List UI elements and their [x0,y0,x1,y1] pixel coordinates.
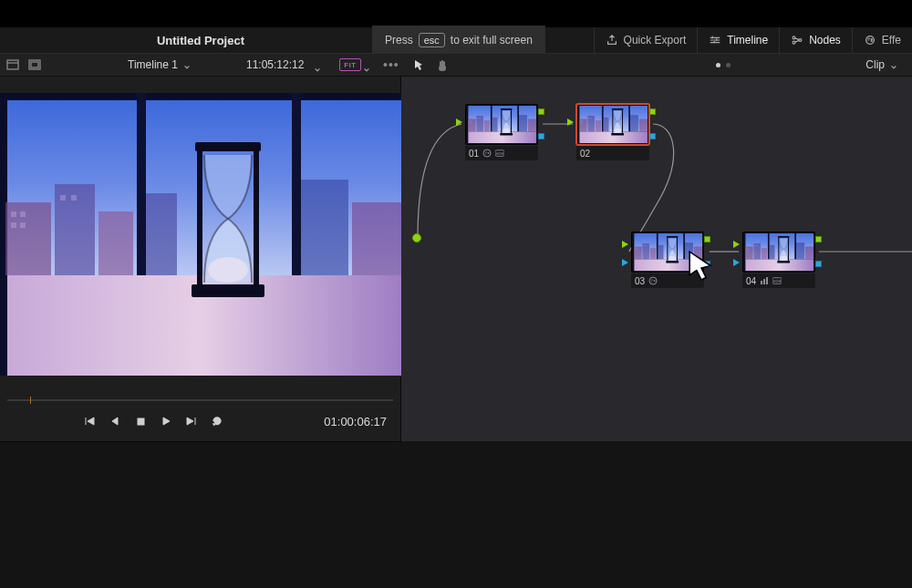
selection-tool-icon[interactable] [410,57,427,73]
esc-keycap: esc [419,33,445,47]
step-back-button[interactable] [108,414,122,428]
top-right-toolbar: Quick Export Timeline Nodes Effe [594,27,912,53]
node-page-dots[interactable] [716,63,731,67]
secondary-toolbar: Timeline 1 11:05:12:12 FIT ••• Clip [0,53,912,77]
view-mode-2-icon[interactable] [24,54,46,76]
playhead[interactable] [30,397,31,404]
timeline-button[interactable]: Timeline [697,27,779,53]
view-mode-1-icon[interactable] [2,54,24,76]
header-bar: Untitled Project Press esc to exit full … [0,27,912,53]
fullscreen-hint: Press esc to exit full screen [372,26,545,55]
chevron-down-icon [183,61,191,68]
svg-rect-29 [31,62,38,67]
node-label: 01 [469,149,479,159]
timeline-selector[interactable]: Timeline 1 [128,58,191,71]
node-02[interactable]: 02 [576,104,649,160]
fx-badge-icon [482,149,492,158]
svg-rect-27 [7,60,18,69]
timeline-name: Timeline 1 [128,58,178,71]
svg-rect-30 [138,418,144,425]
viewer-image[interactable] [0,93,401,376]
stop-button[interactable] [133,414,148,428]
cursor-overlay-icon [667,247,736,284]
page-dot-2[interactable] [726,63,731,67]
svg-text:HDR: HDR [496,151,504,156]
more-options-icon[interactable]: ••• [383,57,399,72]
node-04[interactable]: 04 HDR [742,232,815,288]
play-button[interactable] [159,414,173,428]
svg-rect-36 [763,279,765,284]
svg-text:HDR: HDR [773,279,782,284]
fx-badge-icon [648,276,658,285]
node-label: 03 [635,276,645,286]
transport-controls: 01:00:06:17 [0,408,401,434]
quick-export-button[interactable]: Quick Export [594,27,698,53]
timeline-icon [709,34,721,46]
tc-chevron-icon[interactable] [314,61,321,68]
node-01[interactable]: 01 HDR [465,104,538,160]
node-label: 04 [746,276,756,286]
hdr-badge-icon: HDR [495,149,504,158]
svg-point-24 [793,41,795,44]
chevron-down-icon [890,61,897,68]
project-title: Untitled Project [0,34,401,47]
bottom-panel [0,441,912,588]
fit-chevron-icon[interactable] [363,61,370,68]
svg-point-23 [793,36,795,39]
svg-point-26 [865,36,874,45]
scrub-bar[interactable] [7,399,393,401]
node-03[interactable]: 03 [631,232,704,288]
svg-point-34 [649,277,657,284]
viewer-pane: 01:00:06:17 [0,77,401,441]
hint-suffix: to exit full screen [451,34,533,46]
svg-rect-35 [761,281,762,284]
go-to-end-button[interactable] [184,414,199,428]
svg-rect-37 [766,277,768,284]
clip-dropdown[interactable]: Clip [865,58,897,71]
node-graph[interactable]: 01 HDR 02 03 [401,77,912,441]
record-timecode[interactable]: 11:05:12:12 [246,58,304,71]
page-dot-1[interactable] [716,63,720,67]
graph-input-anchor[interactable] [412,233,421,242]
effects-button[interactable]: Effe [852,27,912,53]
fx-icon [864,34,876,46]
svg-point-25 [799,39,802,42]
nodes-icon [791,34,803,46]
export-icon [606,34,618,46]
play-timecode[interactable]: 01:00:06:17 [324,415,387,428]
go-to-start-button[interactable] [82,414,97,428]
svg-point-31 [483,150,491,157]
pan-tool-icon[interactable] [434,57,451,73]
fit-zoom-badge[interactable]: FIT [339,58,361,71]
hdr-badge-icon: HDR [772,276,782,285]
node-label: 02 [580,149,590,159]
loop-button[interactable] [210,414,224,428]
nodes-button[interactable]: Nodes [779,27,852,53]
hint-prefix: Press [385,34,413,46]
bars-badge-icon [760,276,769,285]
